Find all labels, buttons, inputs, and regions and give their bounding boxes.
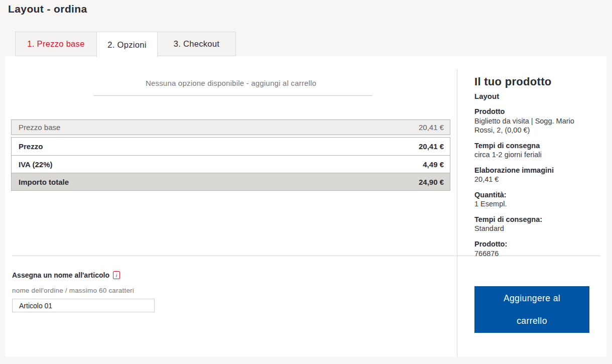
no-options-message: Nessuna opzione disponibile - aggiungi a… (5, 79, 457, 87)
detail-value: 766876 (474, 249, 591, 259)
message-underline (93, 95, 373, 96)
tab-prezzo-base[interactable]: 1. Prezzo base (15, 32, 97, 56)
row-label: Prezzo (12, 142, 43, 151)
detail-label: Tempi di consegna: (474, 215, 591, 224)
article-name-hint: nome dell'ordine / massimo 60 caratteri (12, 287, 134, 294)
product-summary-title: Il tuo prodotto (474, 75, 591, 88)
detail-tempi-consegna: Tempi di consegna circa 1-2 giorni feria… (474, 141, 591, 160)
detail-elaborazione-immagini: Elaborazione immagini 20,41 € (474, 166, 591, 184)
order-page: Layout - ordina 1. Prezzo base 2. Opzion… (0, 0, 612, 364)
row-value: 20,41 € (419, 142, 450, 151)
tab-opzioni[interactable]: 2. Opzioni (96, 32, 158, 57)
detail-label: Prodotto (474, 107, 591, 116)
detail-tempi-consegna-2: Tempi di consegna: Standard (474, 215, 591, 233)
detail-value: Standard (474, 224, 591, 233)
detail-label: Quantità: (474, 190, 591, 200)
detail-label: Elaborazione immagini (474, 166, 591, 175)
detail-quantita: Quantità: 1 Esempl. (474, 190, 591, 209)
row-value: 24,90 € (419, 178, 450, 186)
checkout-step-tabs: 1. Prezzo base 2. Opzioni 3. Checkout (15, 32, 236, 56)
table-row-prezzo-base: Prezzo base 20,41 € (11, 119, 450, 135)
detail-value: Biglietto da visita | Sogg. Mario Rossi,… (474, 116, 591, 135)
price-table-body: Prezzo 20,41 € IVA (22%) 4,49 € Importo … (11, 137, 450, 191)
row-label: Importo totale (12, 178, 69, 186)
table-row-importo-totale: Importo totale 24,90 € (12, 173, 450, 190)
detail-prodotto-id: Prodotto: 766876 (474, 239, 591, 258)
detail-label: Prodotto: (474, 239, 591, 249)
row-value: 4,49 € (423, 160, 450, 169)
add-to-cart-button[interactable]: Aggiungere al carrello (474, 286, 589, 333)
detail-prodotto: Prodotto Biglietto da visita | Sogg. Mar… (474, 107, 591, 135)
content-card: Nessuna opzione disponibile - aggiungi a… (5, 56, 606, 357)
detail-value: 20,41 € (474, 175, 591, 184)
row-label: IVA (22%) (12, 160, 53, 169)
row-label: Prezzo base (12, 123, 60, 132)
table-row-iva: IVA (22%) 4,49 € (12, 155, 450, 173)
article-name-label-row: Assegna un nome all'articolo i (12, 271, 120, 279)
article-name-label: Assegna un nome all'articolo (12, 271, 109, 279)
article-name-input[interactable] (12, 299, 155, 312)
page-title: Layout - ordina (8, 3, 87, 15)
product-name: Layout (474, 92, 591, 100)
vertical-divider (457, 69, 457, 357)
detail-label: Tempi di consegna (474, 141, 591, 151)
table-row-prezzo: Prezzo 20,41 € (12, 138, 450, 155)
row-value: 20,41 € (419, 123, 450, 132)
detail-value: circa 1-2 giorni feriali (474, 150, 591, 160)
product-summary-panel: Il tuo prodotto Layout Prodotto Bigliett… (474, 75, 591, 264)
info-icon[interactable]: i (113, 271, 120, 279)
tab-checkout[interactable]: 3. Checkout (157, 32, 236, 56)
price-table: Prezzo base 20,41 € Prezzo 20,41 € IVA (… (11, 119, 450, 191)
detail-value: 1 Esempl. (474, 199, 591, 209)
